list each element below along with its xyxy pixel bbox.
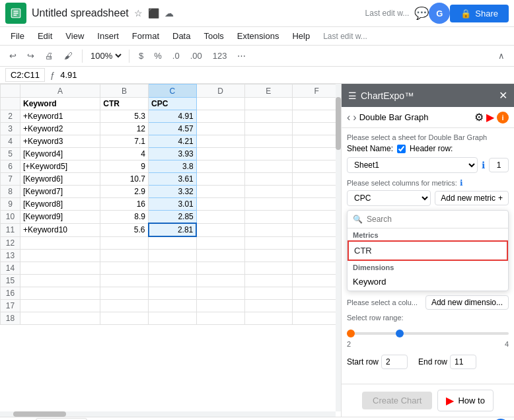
cell-d[interactable]	[196, 160, 244, 173]
menu-help[interactable]: Help	[287, 28, 315, 44]
menu-tools[interactable]: Tools	[198, 28, 229, 44]
cell-e[interactable]	[244, 312, 293, 324]
cell-d[interactable]	[196, 186, 244, 198]
cell-d[interactable]	[196, 299, 244, 312]
cell-e[interactable]	[244, 186, 293, 198]
cell-a[interactable]: [Keyword9]	[20, 211, 100, 224]
cell-f[interactable]	[293, 198, 341, 211]
cell-b[interactable]: 8.9	[100, 211, 149, 224]
col-header-e[interactable]: E	[244, 85, 293, 98]
cell-b[interactable]	[100, 249, 149, 262]
horizontal-scrollbar-thumb[interactable]	[13, 411, 66, 417]
start-row-input[interactable]	[381, 355, 408, 369]
cell-c[interactable]	[149, 236, 197, 249]
cell-b[interactable]	[100, 274, 149, 287]
cell-b[interactable]: 7.1	[100, 135, 149, 148]
keyword-dropdown-item[interactable]: Keyword	[348, 273, 508, 291]
cell-d[interactable]	[196, 211, 244, 224]
cell-a[interactable]	[20, 236, 100, 249]
col-header-f[interactable]: F	[293, 85, 341, 98]
panel-nav-prev[interactable]: ‹	[347, 112, 350, 123]
cell-e[interactable]	[244, 135, 293, 148]
cell-f[interactable]	[293, 98, 341, 110]
cell-b[interactable]: 9	[100, 160, 149, 173]
vertical-scrollbar[interactable]	[336, 84, 341, 411]
more-toolbar-button[interactable]: ⋯	[233, 48, 250, 63]
document-title[interactable]: Untitled spreadsheet	[32, 7, 129, 19]
cell-c[interactable]: 2.85	[149, 211, 197, 224]
cell-c[interactable]: 3.61	[149, 173, 197, 186]
cell-d[interactable]	[196, 236, 244, 249]
cell-a[interactable]	[20, 274, 100, 287]
cell-c[interactable]: CPC	[149, 98, 197, 110]
cell-a[interactable]: +Keyword10	[20, 223, 100, 236]
sheet-name-select[interactable]: Sheet1	[347, 157, 478, 173]
cell-d[interactable]	[196, 274, 244, 287]
cell-a[interactable]: [Keyword4]	[20, 148, 100, 160]
cell-f[interactable]	[293, 274, 341, 287]
percent-button[interactable]: %	[150, 48, 166, 63]
cell-f[interactable]	[293, 299, 341, 312]
cell-b[interactable]	[100, 236, 149, 249]
star-icon[interactable]: ☆	[134, 8, 143, 18]
decimal-decrease-button[interactable]: .0	[168, 48, 184, 63]
share-button[interactable]: 🔒 Share	[450, 5, 509, 22]
cell-d[interactable]	[196, 135, 244, 148]
formula-input[interactable]	[60, 70, 509, 80]
cell-reference[interactable]	[5, 68, 45, 82]
cell-f[interactable]	[293, 186, 341, 198]
menu-file[interactable]: File	[5, 28, 30, 44]
cell-f[interactable]	[293, 173, 341, 186]
cell-a[interactable]	[20, 262, 100, 274]
cell-d[interactable]	[196, 198, 244, 211]
panel-nav-next[interactable]: ›	[353, 112, 356, 123]
cell-f[interactable]	[293, 287, 341, 299]
panel-menu-icon[interactable]: ☰	[348, 90, 357, 101]
cell-c[interactable]: 4.21	[149, 135, 197, 148]
cell-e[interactable]	[244, 223, 293, 236]
paint-format-button[interactable]: 🖌	[60, 48, 77, 63]
menu-format[interactable]: Format	[127, 28, 165, 44]
cell-e[interactable]	[244, 123, 293, 135]
how-to-button[interactable]: ▶ How to	[437, 390, 493, 411]
add-dimension-button[interactable]: Add new dimensio...	[425, 295, 509, 310]
cell-e[interactable]	[244, 160, 293, 173]
cell-a[interactable]: +Keyword2	[20, 123, 100, 135]
cell-c[interactable]: 4.91	[149, 110, 197, 123]
header-row-checkbox[interactable]	[397, 145, 406, 153]
cell-f[interactable]	[293, 135, 341, 148]
cell-d[interactable]	[196, 110, 244, 123]
cell-f[interactable]	[293, 262, 341, 274]
undo-button[interactable]: ↩	[5, 48, 20, 63]
menu-edit[interactable]: Edit	[32, 28, 57, 44]
comment-button[interactable]: 💬	[414, 6, 429, 20]
user-avatar[interactable]: G	[429, 3, 450, 24]
decimal-increase-button[interactable]: .00	[186, 48, 206, 63]
cell-e[interactable]	[244, 274, 293, 287]
more-formats-button[interactable]: 123	[209, 48, 231, 63]
cell-e[interactable]	[244, 173, 293, 186]
slider-thumb-end[interactable]	[396, 330, 404, 337]
cell-a[interactable]: Keyword	[20, 98, 100, 110]
cell-e[interactable]	[244, 287, 293, 299]
row-range-slider[interactable]: 2 4	[347, 324, 509, 351]
metric-select[interactable]: CPC CTR	[347, 190, 431, 206]
menu-view[interactable]: View	[60, 28, 89, 44]
cell-b[interactable]: 5.3	[100, 110, 149, 123]
cell-a[interactable]: +Keyword1	[20, 110, 100, 123]
cell-f[interactable]	[293, 160, 341, 173]
cell-d[interactable]	[196, 262, 244, 274]
vertical-scrollbar-thumb[interactable]	[336, 97, 341, 150]
col-header-b[interactable]: B	[100, 85, 149, 98]
menu-insert[interactable]: Insert	[92, 28, 124, 44]
cell-b[interactable]	[100, 299, 149, 312]
menu-extensions[interactable]: Extensions	[232, 28, 285, 44]
cell-c[interactable]: 4.57	[149, 123, 197, 135]
cell-e[interactable]	[244, 211, 293, 224]
cell-a[interactable]: [+Keyword5]	[20, 160, 100, 173]
col-header-a[interactable]: A	[20, 85, 100, 98]
youtube-icon[interactable]: ▶	[486, 111, 494, 123]
cell-e[interactable]	[244, 299, 293, 312]
menu-data[interactable]: Data	[167, 28, 196, 44]
cell-c[interactable]	[149, 262, 197, 274]
